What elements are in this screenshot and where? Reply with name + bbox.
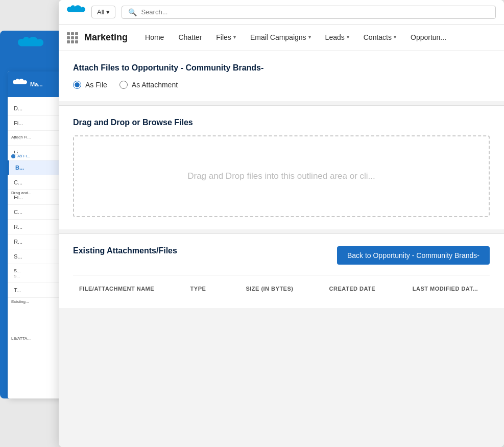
dropdown-arrow-icon: ▾ — [106, 8, 110, 16]
main-window: All ▾ 🔍 Marketing Home — [59, 0, 504, 447]
leads-chevron-icon: ▾ — [347, 34, 349, 40]
search-input[interactable] — [141, 8, 489, 16]
back-to-opportunity-button[interactable]: Back to Opportunity - Community Brands- — [337, 246, 490, 265]
nav-contacts-label: Contacts — [364, 33, 392, 41]
sf-logo-bg — [18, 37, 43, 56]
nav-files-label: Files — [216, 33, 231, 41]
col-header-name: FILE/ATTACHMENT NAME — [73, 281, 184, 296]
drop-zone[interactable]: Drag and Drop files into this outlined a… — [73, 135, 490, 217]
nav-leads-label: Leads — [325, 33, 345, 41]
nav-bar: Marketing Home Chatter Files ▾ Email Cam… — [59, 25, 504, 51]
search-all-dropdown[interactable]: All ▾ — [91, 6, 115, 18]
grid-dot — [71, 32, 74, 35]
bg-existing-label: Existing... — [9, 299, 31, 304]
as-attachment-radio-label[interactable]: As Attachment — [119, 81, 178, 89]
all-label: All — [97, 8, 104, 16]
as-file-radio-label[interactable]: As File — [73, 81, 107, 89]
grid-dot — [71, 36, 74, 39]
nav-files[interactable]: Files ▾ — [209, 25, 243, 51]
main-content: Attach Files to Opportunity - Community … — [59, 51, 504, 447]
table-header: FILE/ATTACHMENT NAME TYPE SIZE (IN BYTES… — [73, 275, 490, 296]
bg-asfile-label: As Fi... — [9, 153, 32, 159]
col-header-size: SIZE (IN BYTES) — [239, 281, 323, 296]
nav-contacts[interactable]: Contacts ▾ — [356, 25, 403, 51]
app-name: Marketing — [84, 32, 128, 43]
grid-dot — [67, 36, 70, 39]
nav-opportunities[interactable]: Opportun... — [403, 25, 453, 51]
apps-grid-icon[interactable] — [67, 32, 78, 43]
col-header-type: TYPE — [184, 281, 240, 296]
grid-dot — [71, 40, 74, 43]
nav-chatter[interactable]: Chatter — [171, 25, 209, 51]
salesforce-logo — [67, 5, 85, 19]
col-header-modified: LAST MODIFIED DAT... — [406, 281, 490, 296]
nav-email-campaigns[interactable]: Email Campaigns ▾ — [243, 25, 318, 51]
col-header-created: CREATED DATE — [323, 281, 406, 296]
nav-leads[interactable]: Leads ▾ — [318, 25, 356, 51]
drag-drop-section: Drag and Drop or Browse Files Drag and D… — [59, 106, 504, 229]
as-attachment-radio[interactable] — [119, 81, 128, 89]
email-chevron-icon: ▾ — [308, 34, 311, 40]
search-icon: 🔍 — [128, 8, 137, 16]
nav-home[interactable]: Home — [138, 25, 171, 51]
contacts-chevron-icon: ▾ — [394, 34, 396, 40]
drag-title: Drag and Drop or Browse Files — [73, 118, 490, 127]
attach-files-section: Attach Files to Opportunity - Community … — [59, 51, 504, 101]
radio-group: As File As Attachment — [73, 81, 490, 89]
nav-opps-label: Opportun... — [411, 33, 446, 41]
nav-logo-area: Marketing — [67, 32, 128, 43]
nav-chatter-label: Chatter — [178, 33, 202, 41]
existing-header: Existing Attachments/Files Back to Oppor… — [73, 246, 490, 265]
grid-dot — [75, 36, 78, 39]
search-bar: All ▾ 🔍 — [59, 0, 504, 25]
bg-attach-label: Attach Fi... — [9, 134, 33, 140]
attach-title: Attach Files to Opportunity - Community … — [73, 63, 490, 73]
existing-title: Existing Attachments/Files — [73, 246, 177, 255]
grid-dot — [67, 32, 70, 35]
nav-email-label: Email Campaigns — [250, 33, 306, 41]
as-file-radio[interactable] — [73, 81, 81, 89]
grid-dot — [75, 40, 78, 43]
files-chevron-icon: ▾ — [233, 34, 236, 40]
search-input-wrapper: 🔍 — [122, 6, 496, 19]
grid-dot — [67, 40, 70, 43]
bg-drag-label: Drag and... — [9, 190, 34, 196]
as-file-text: As File — [85, 81, 107, 89]
grid-dot — [75, 32, 78, 35]
bg-app-label: Ma... — [30, 81, 42, 87]
bg-table-label: LE/ATTA... — [9, 336, 33, 341]
nav-home-label: Home — [145, 33, 164, 41]
drop-zone-text: Drag and Drop files into this outlined a… — [187, 171, 375, 181]
as-attachment-text: As Attachment — [132, 81, 178, 89]
sf-logo-small-bg — [13, 79, 27, 90]
existing-section: Existing Attachments/Files Back to Oppor… — [59, 234, 504, 308]
